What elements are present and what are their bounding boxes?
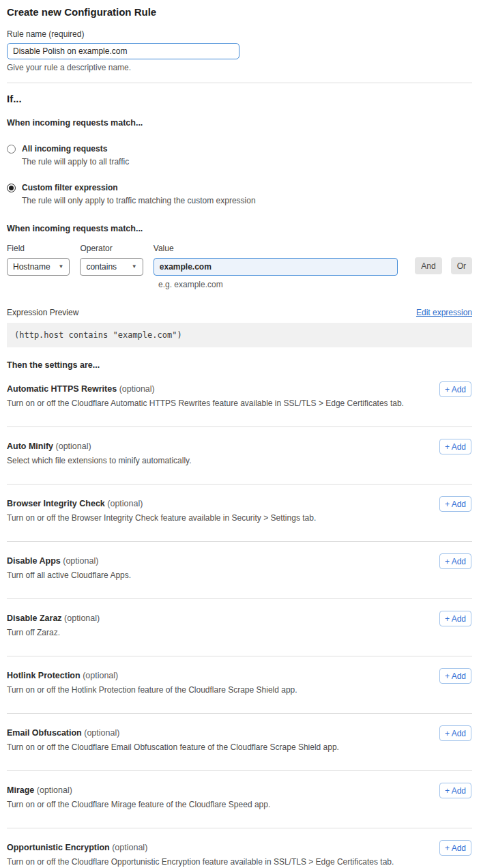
value-input[interactable] <box>154 258 398 276</box>
expression-preview-code: (http.host contains "example.com") <box>7 323 472 347</box>
add-button[interactable]: + Add <box>439 725 471 741</box>
match-heading: When incoming requests match... <box>7 118 472 128</box>
radio-checked-icon[interactable] <box>7 184 16 192</box>
setting-description: Turn on or off the Cloudflare Automatic … <box>7 399 472 408</box>
field-select-value: Hostname <box>13 262 50 272</box>
chevron-down-icon: ▼ <box>132 264 137 270</box>
value-help: e.g. example.com <box>158 280 472 289</box>
setting-description: Turn on or off the Cloudflare Opportunis… <box>7 857 472 867</box>
or-button[interactable]: Or <box>451 257 472 274</box>
rule-name-group: Rule name (required) Give your rule a de… <box>7 29 472 72</box>
setting-optional: (optional) <box>64 613 100 623</box>
rule-name-input[interactable] <box>7 43 239 59</box>
setting-row-disable-apps: Disable Apps (optional) Turn off all act… <box>7 542 472 599</box>
setting-optional: (optional) <box>63 556 98 566</box>
setting-name: Disable Apps <box>7 556 61 566</box>
setting-optional: (optional) <box>107 499 143 508</box>
setting-optional: (optional) <box>112 843 147 852</box>
page-title: Create new Configuration Rule <box>7 6 472 18</box>
setting-description: Turn on or off the Browser Integrity Che… <box>7 513 472 523</box>
operator-label: Operator <box>80 244 143 253</box>
setting-description: Turn off Zaraz. <box>7 628 472 637</box>
value-label: Value <box>154 244 398 253</box>
setting-name: Hotlink Protection <box>7 671 81 680</box>
radio-all-incoming-requests[interactable]: All incoming requests The rule will appl… <box>7 144 472 167</box>
operator-select-value: contains <box>86 262 117 272</box>
radio-description: The rule will only apply to traffic matc… <box>22 196 256 205</box>
setting-optional: (optional) <box>83 671 118 680</box>
setting-row-email-obfuscation: Email Obfuscation (optional) Turn on or … <box>7 714 472 771</box>
setting-row-automatic-https-rewrites: Automatic HTTPS Rewrites (optional) Turn… <box>7 370 472 427</box>
setting-name: Auto Minify <box>7 442 53 451</box>
edit-expression-link[interactable]: Edit expression <box>416 308 472 317</box>
setting-optional: (optional) <box>37 785 72 795</box>
add-button[interactable]: + Add <box>439 439 471 454</box>
setting-row-hotlink-protection: Hotlink Protection (optional) Turn on or… <box>7 656 472 714</box>
add-button[interactable]: + Add <box>439 611 471 626</box>
radio-custom-filter-expression[interactable]: Custom filter expression The rule will o… <box>7 183 472 205</box>
add-button[interactable]: + Add <box>439 783 471 798</box>
field-select[interactable]: Hostname ▼ <box>7 258 70 276</box>
setting-name: Automatic HTTPS Rewrites <box>7 384 117 394</box>
radio-label: Custom filter expression <box>22 183 256 192</box>
add-button[interactable]: + Add <box>439 381 471 397</box>
chevron-down-icon: ▼ <box>58 264 63 270</box>
setting-name: Email Obfuscation <box>7 728 82 738</box>
if-heading: If... <box>7 93 472 104</box>
setting-row-disable-zaraz: Disable Zaraz (optional) Turn off Zaraz.… <box>7 599 472 656</box>
radio-description: The rule will apply to all traffic <box>22 157 129 167</box>
setting-name: Disable Zaraz <box>7 613 62 623</box>
operator-select[interactable]: contains ▼ <box>80 258 143 276</box>
setting-optional: (optional) <box>119 384 155 394</box>
setting-row-opportunistic-encryption: Opportunistic Encryption (optional) Turn… <box>7 828 472 868</box>
setting-description: Turn on or off the Cloudflare Mirage fea… <box>7 800 472 809</box>
section-divider <box>7 83 472 83</box>
add-button[interactable]: + Add <box>439 840 471 856</box>
setting-name: Mirage <box>7 785 34 795</box>
add-button[interactable]: + Add <box>439 668 471 684</box>
rule-name-help: Give your rule a descriptive name. <box>7 63 472 72</box>
setting-row-auto-minify: Auto Minify (optional) Select which file… <box>7 427 472 484</box>
expression-preview-label: Expression Preview <box>7 308 78 317</box>
expression-builder-heading: When incoming requests match... <box>7 224 472 233</box>
expression-builder-row: Field Hostname ▼ Operator contains ▼ Val… <box>7 244 472 276</box>
setting-optional: (optional) <box>56 442 91 451</box>
setting-name: Browser Integrity Check <box>7 499 105 508</box>
setting-description: Select which file extensions to minify a… <box>7 456 472 465</box>
radio-label: All incoming requests <box>22 144 129 154</box>
setting-description: Turn on or off the Hotlink Protection fe… <box>7 685 472 695</box>
field-label: Field <box>7 244 70 253</box>
add-button[interactable]: + Add <box>439 553 471 569</box>
rule-name-label: Rule name (required) <box>7 29 472 39</box>
then-settings-heading: Then the settings are... <box>7 360 472 370</box>
setting-description: Turn off all active Cloudflare Apps. <box>7 570 472 580</box>
setting-row-browser-integrity-check: Browser Integrity Check (optional) Turn … <box>7 484 472 542</box>
radio-unchecked-icon[interactable] <box>7 145 16 154</box>
and-button[interactable]: And <box>415 257 441 274</box>
create-configuration-rule-page: Create new Configuration Rule Rule name … <box>0 0 481 868</box>
setting-description: Turn on or off the Cloudflare Email Obfu… <box>7 742 472 752</box>
add-button[interactable]: + Add <box>439 496 471 512</box>
setting-optional: (optional) <box>84 728 119 738</box>
setting-row-mirage: Mirage (optional) Turn on or off the Clo… <box>7 771 472 828</box>
setting-name: Opportunistic Encryption <box>7 843 110 852</box>
